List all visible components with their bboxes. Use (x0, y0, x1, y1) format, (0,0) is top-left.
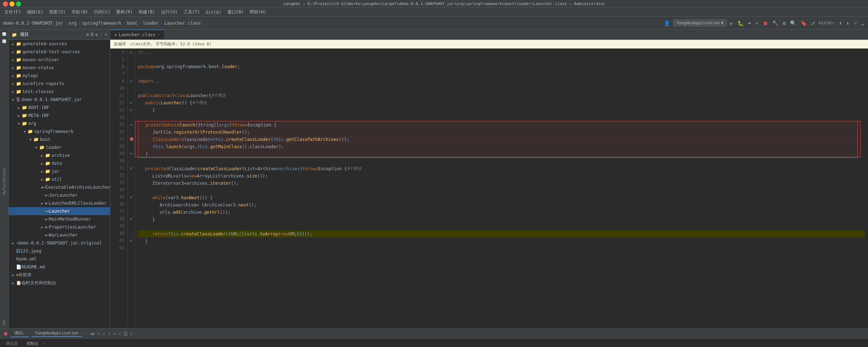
project-close-icon[interactable]: × (104, 32, 107, 37)
debug-resume-icon[interactable]: ⏮ (90, 331, 95, 336)
menu-navigate[interactable]: 导航(N) (69, 8, 91, 16)
debug-stop-icon[interactable]: ⏹ (3, 331, 8, 336)
close-button[interactable] (3, 1, 8, 7)
fold-icon[interactable]: ⊟ (130, 239, 132, 242)
tree-item-org[interactable]: ▼ 📁 org (9, 120, 110, 127)
bookmark-icon[interactable]: 🔖 (799, 20, 808, 26)
menu-help[interactable]: 帮助(H) (247, 8, 269, 16)
tms-label[interactable]: TMS (1, 319, 7, 327)
console-tab-debugger[interactable]: 调试器 (3, 340, 21, 347)
breadcrumb-item-loader[interactable]: loader (143, 21, 159, 26)
editor-tab-launcher[interactable]: ● Launcher.class × (110, 30, 165, 39)
tree-item-maven-status[interactable]: ▶ 📁 maven-status (9, 64, 110, 72)
git-more-icon[interactable]: … (860, 20, 865, 26)
tree-item-launcher[interactable]: ▶ ● ✦ Launcher (9, 207, 110, 215)
breadcrumb-item-class[interactable]: Launcher.class (164, 21, 201, 26)
build-button[interactable]: 🔨 (771, 20, 779, 26)
debug-evaluate-icon[interactable]: ⚡ (118, 331, 121, 336)
fold-icon[interactable]: ⊟ (130, 217, 132, 221)
tree-item-readme[interactable]: ▶ 📄 README.md (9, 263, 110, 271)
menu-git[interactable]: Git(G) (203, 9, 224, 16)
stop-button[interactable]: ⏹ (762, 20, 769, 26)
breadcrumb-item-boot[interactable]: boot (127, 21, 137, 26)
breakpoint-marker[interactable] (130, 137, 133, 141)
debug-tab-close[interactable]: × (85, 331, 87, 335)
tree-item-jar-original[interactable]: ▶ ✦ demo-0.0.1-SNAPSHOT.jar.original (9, 239, 110, 247)
git-branch-icon[interactable]: ⑂ (853, 20, 858, 26)
tree-item-surefire[interactable]: ▶ 📁 surefire-reports (9, 80, 110, 88)
debug-tab-app[interactable]: YangbbsApplication (32, 330, 82, 337)
tab-close-button[interactable]: × (158, 33, 160, 37)
debug-frames-icon[interactable]: ☰ (123, 331, 128, 336)
expand-icon[interactable]: ⤢ (810, 20, 816, 26)
fold-icon[interactable]: ⊟ (130, 166, 132, 170)
tree-item-pom[interactable]: ▶ V pom.xml (9, 255, 110, 263)
project-gear-icon[interactable]: ⚙ (86, 32, 89, 37)
minimize-button[interactable] (9, 1, 15, 7)
menu-build[interactable]: 构建(B) (136, 8, 158, 16)
fold-icon[interactable]: ⊟ (130, 123, 132, 126)
tree-item-jar-launcher[interactable]: ▶ ● ✦ JarLauncher (9, 191, 110, 199)
menu-edit[interactable]: 编辑(E) (24, 8, 46, 16)
git-push-icon[interactable]: ⬆ (845, 20, 850, 26)
code-editor[interactable]: 1 5 6 7 8 20 21 22 23 24 25 26 27 28 29 … (110, 49, 868, 328)
debug-step-over-icon[interactable]: ↷ (97, 331, 100, 336)
fold-icon[interactable]: ⊟ (130, 50, 132, 54)
tree-item-maven-archiver[interactable]: ▶ 📁 maven-archiver (9, 56, 110, 64)
fold-icon[interactable]: ⊟ (130, 101, 132, 105)
fold-icon[interactable]: ⊟ (130, 79, 132, 83)
settings-button[interactable]: ⚙ (782, 20, 787, 26)
fold-icon[interactable]: ⊟ (130, 108, 132, 112)
tree-item-jar-folder[interactable]: ▶ 📁 jar (9, 167, 110, 175)
debug-step-into-icon[interactable]: ↓ (102, 331, 105, 336)
tree-item-loader[interactable]: ▼ 📁 loader (9, 143, 110, 151)
tree-item-util[interactable]: ▶ 📁 util (9, 175, 110, 183)
tree-item-archive[interactable]: ▶ 📁 archive (9, 151, 110, 159)
tree-item-boot[interactable]: ▼ 📁 boot (9, 135, 110, 143)
project-strip-icon[interactable]: ⬜ (1, 31, 7, 37)
debug-step-out-icon[interactable]: ↑ (108, 331, 111, 336)
breadcrumb-item-jar[interactable]: demo-0.0.1-SNAPSHOT.jar (3, 21, 63, 26)
debug-run-to-cursor-icon[interactable]: → (113, 331, 116, 336)
profile-run-button[interactable]: ⚡ (754, 20, 759, 26)
run-button[interactable]: ▶ (729, 20, 734, 26)
tree-item-main-method-runner[interactable]: ▶ ● ✦ MainMethodRunner (9, 215, 110, 223)
fold-icon[interactable]: ⊟ (130, 152, 132, 155)
menu-window[interactable]: 窗口(W) (225, 8, 247, 16)
breadcrumb-item-springframework[interactable]: springframework (82, 21, 121, 26)
tree-item-scratch[interactable]: ▶ 📋 临时文件和控制台 (9, 279, 110, 287)
fold-icon[interactable]: ⊟ (130, 195, 132, 199)
tree-item-jpeg[interactable]: ▶ 🖼 123.jpeg (9, 247, 110, 255)
tree-item-demo-jar[interactable]: ▼ 🗜 demo-0.0.1-SNAPSHOT.jar (9, 96, 110, 104)
tree-item-data[interactable]: ▶ 📁 data (9, 159, 110, 167)
git-update-icon[interactable]: ⬇ (838, 20, 843, 26)
tree-item-boot-inf[interactable]: ▶ 📁 BOOT-INF (9, 104, 110, 112)
tree-item-generated-test-sources[interactable]: ▶ 📁 generated-test-sources (9, 48, 110, 56)
breadcrumb-item-org[interactable]: org (69, 21, 77, 26)
run-config-selector[interactable]: YangbbsApplication ▼ (673, 20, 727, 26)
debug-variables-icon[interactable]: 𝑥 (130, 330, 132, 336)
project-menu-icon[interactable]: ⋮ (99, 32, 103, 37)
maximize-button[interactable] (16, 1, 21, 7)
debug-button[interactable]: 🐛 (736, 20, 745, 26)
profile-icon[interactable]: 👤 (663, 20, 671, 26)
project-layout-icon[interactable]: ☰ (90, 32, 94, 37)
menu-tools[interactable]: 工具(T) (181, 8, 203, 16)
console-tab-main[interactable]: 控制台 × (24, 340, 48, 347)
menu-view[interactable]: 视图(V) (46, 8, 69, 16)
tree-item-war-launcher[interactable]: ▶ ● ✦ WarLauncher (9, 231, 110, 239)
project-sort-icon[interactable]: ⇅ (95, 32, 98, 37)
tree-item-mylogs[interactable]: ▶ 📁 mylogs (9, 72, 110, 80)
menu-file[interactable]: 文件(F) (1, 8, 24, 16)
search-button[interactable]: 🔍 (789, 20, 797, 26)
menu-code[interactable]: 代码(C) (91, 8, 114, 16)
tree-item-properties-launcher[interactable]: ▶ ● ✦ PropertiesLauncher (9, 223, 110, 231)
tree-item-external-libs[interactable]: ▶ ✻ 外部库 (9, 271, 110, 279)
tree-item-meta-inf[interactable]: ▶ 📁 META-INF (9, 112, 110, 120)
tree-item-executable-archive-launcher[interactable]: ▶ ● ✦ ExecutableArchiveLauncher (9, 183, 110, 191)
structure-strip-icon[interactable]: ⬜ (1, 38, 7, 44)
tree-item-test-classes[interactable]: ▶ 📁 test-classes (9, 88, 110, 96)
tree-item-springframework[interactable]: ▼ 📁 springframework (9, 127, 110, 135)
tree-item-launched-url-classloader[interactable]: ▶ ● ✦ LaunchedURLClassLoader (9, 199, 110, 207)
menu-run[interactable]: 运行(U) (158, 8, 181, 16)
